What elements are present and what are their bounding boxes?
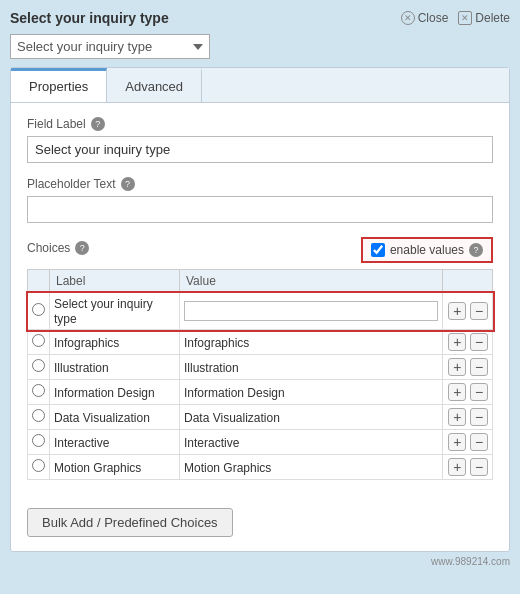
choice-value-cell: Infographics [180,330,443,355]
close-label: Close [418,11,449,25]
table-row: InfographicsInfographics+ − [28,330,493,355]
remove-choice-button[interactable]: − [470,358,488,376]
radio-cell [28,405,50,430]
close-icon: ✕ [401,11,415,25]
choice-radio[interactable] [32,303,45,316]
table-row: Select your inquiry type+ − [28,293,493,330]
radio-cell [28,293,50,330]
delete-icon: ✕ [458,11,472,25]
placeholder-text-input[interactable] [27,196,493,223]
choice-label-text: Information Design [54,386,155,400]
remove-choice-button[interactable]: − [470,383,488,401]
choice-radio[interactable] [32,409,45,422]
inquiry-type-dropdown[interactable]: Select your inquiry type [10,34,210,59]
choice-btn-cell: + − [443,430,493,455]
choice-label-text: Motion Graphics [54,461,141,475]
remove-choice-button[interactable]: − [470,433,488,451]
close-link[interactable]: ✕ Close [401,11,449,25]
choice-radio[interactable] [32,434,45,447]
choice-btn-cell: + − [443,455,493,480]
enable-values-help-icon[interactable]: ? [469,243,483,257]
choice-radio[interactable] [32,359,45,372]
radio-cell [28,455,50,480]
placeholder-text-label: Placeholder Text ? [27,177,493,191]
choice-value-cell: Interactive [180,430,443,455]
col-value: Value [180,270,443,293]
remove-choice-button[interactable]: − [470,408,488,426]
radio-cell [28,355,50,380]
enable-values-box: enable values ? [361,237,493,263]
table-row: IllustrationIllustration+ − [28,355,493,380]
choice-label-cell: Interactive [50,430,180,455]
remove-choice-button[interactable]: − [470,333,488,351]
choice-label-cell: Infographics [50,330,180,355]
choice-label-cell: Data Visualization [50,405,180,430]
field-label-input[interactable] [27,136,493,163]
panel-body: Field Label ? Placeholder Text ? Choices… [11,103,509,551]
choice-btn-cell: + − [443,293,493,330]
choice-value-cell: Illustration [180,355,443,380]
choice-value-text: Information Design [184,386,285,400]
choice-btn-cell: + − [443,380,493,405]
choice-radio[interactable] [32,384,45,397]
radio-cell [28,430,50,455]
choice-value-cell: Information Design [180,380,443,405]
add-choice-button[interactable]: + [448,302,466,320]
field-label-help-icon[interactable]: ? [91,117,105,131]
tabs-row: Properties Advanced [11,68,509,103]
choice-value-text: Data Visualization [184,411,280,425]
delete-link[interactable]: ✕ Delete [458,11,510,25]
table-row: Information DesignInformation Design+ − [28,380,493,405]
col-radio [28,270,50,293]
outer-panel: Select your inquiry type ✕ Close ✕ Delet… [0,0,520,577]
choice-label-text: Interactive [54,436,109,450]
choice-label-text: Infographics [54,336,119,350]
choice-value-cell [180,293,443,330]
choices-group: Choices ? enable values ? Label [27,237,493,480]
choice-radio[interactable] [32,334,45,347]
delete-label: Delete [475,11,510,25]
choice-value-input[interactable] [184,301,438,321]
main-panel: Properties Advanced Field Label ? Placeh… [10,67,510,552]
choice-label-text: Select your inquiry type [54,297,153,326]
watermark: www.989214.com [10,556,510,567]
choice-label-cell: Select your inquiry type [50,293,180,330]
add-choice-button[interactable]: + [448,333,466,351]
choice-value-text: Interactive [184,436,239,450]
add-choice-button[interactable]: + [448,433,466,451]
choice-label-text: Data Visualization [54,411,150,425]
choices-label: Choices ? [27,241,89,255]
placeholder-text-group: Placeholder Text ? [27,177,493,223]
add-choice-button[interactable]: + [448,458,466,476]
choice-value-cell: Data Visualization [180,405,443,430]
bulk-add-button[interactable]: Bulk Add / Predefined Choices [27,508,233,537]
choice-label-cell: Information Design [50,380,180,405]
top-bar-actions: ✕ Close ✕ Delete [401,11,510,25]
top-bar: Select your inquiry type ✕ Close ✕ Delet… [10,10,510,26]
choices-table: Label Value Select your inquiry type+ −I… [27,269,493,480]
add-choice-button[interactable]: + [448,358,466,376]
choice-btn-cell: + − [443,405,493,430]
add-choice-button[interactable]: + [448,408,466,426]
table-row: Data VisualizationData Visualization+ − [28,405,493,430]
radio-cell [28,330,50,355]
choice-value-text: Motion Graphics [184,461,271,475]
placeholder-text-help-icon[interactable]: ? [121,177,135,191]
col-actions [443,270,493,293]
choice-radio[interactable] [32,459,45,472]
remove-choice-button[interactable]: − [470,302,488,320]
choice-value-text: Infographics [184,336,249,350]
enable-values-checkbox[interactable] [371,243,385,257]
choice-value-text: Illustration [184,361,239,375]
field-label-group: Field Label ? [27,117,493,163]
tab-advanced[interactable]: Advanced [107,68,202,102]
tab-properties[interactable]: Properties [11,68,107,102]
add-choice-button[interactable]: + [448,383,466,401]
choice-btn-cell: + − [443,330,493,355]
choice-label-cell: Motion Graphics [50,455,180,480]
choices-help-icon[interactable]: ? [75,241,89,255]
field-label-label: Field Label ? [27,117,493,131]
choice-value-cell: Motion Graphics [180,455,443,480]
choices-header-row: Choices ? enable values ? [27,237,493,263]
remove-choice-button[interactable]: − [470,458,488,476]
